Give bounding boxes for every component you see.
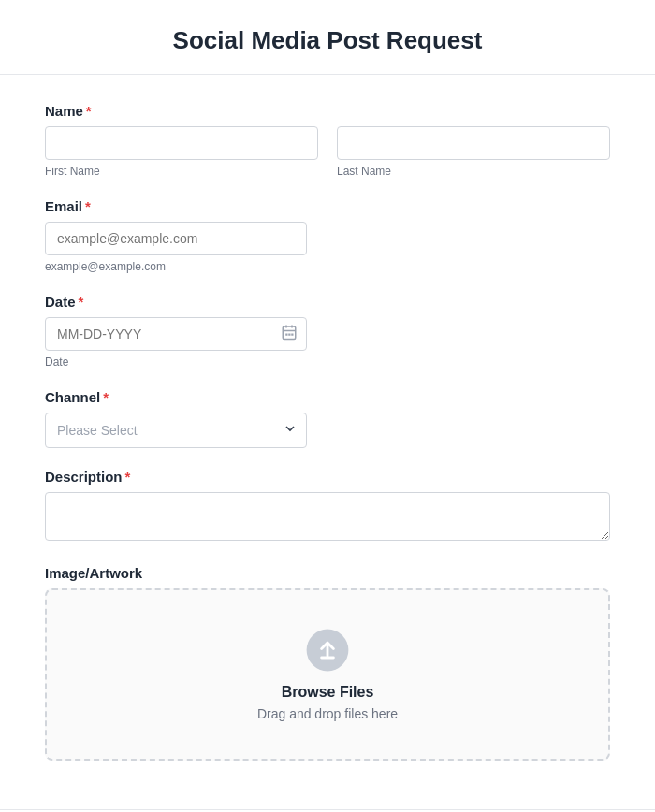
page-title: Social Media Post Request [37,26,618,55]
email-required-star: * [85,198,91,214]
channel-select[interactable]: Please Select Facebook Twitter Instagram… [45,413,307,448]
upload-subtitle: Drag and drop files here [66,706,590,721]
description-required-star: * [125,469,131,485]
page-header: Social Media Post Request [0,0,655,75]
description-label: Description* [45,469,610,485]
date-label: Date* [45,294,610,310]
upload-icon [305,628,350,673]
channel-required-star: * [103,389,109,405]
channel-field-group: Channel* Please Select Facebook Twitter … [45,389,610,448]
channel-select-wrapper: Please Select Facebook Twitter Instagram… [45,413,307,448]
upload-area[interactable]: Browse Files Drag and drop files here [45,588,610,761]
first-name-input[interactable] [45,126,318,160]
date-required-star: * [79,294,84,310]
image-field-group: Image/Artwork Browse Files Drag and drop… [45,565,610,761]
date-input[interactable] [45,317,307,351]
last-name-input[interactable] [337,126,610,160]
date-input-wrapper [45,317,307,351]
email-input[interactable] [45,222,307,255]
image-label: Image/Artwork [45,565,610,581]
last-name-subfield: Last Name [337,126,610,178]
description-textarea[interactable] [45,492,610,541]
upload-title: Browse Files [66,684,590,701]
name-required-star: * [86,103,92,119]
channel-label: Channel* [45,389,610,405]
first-name-sublabel: First Name [45,165,318,178]
form-body: Name* First Name Last Name Email* exampl… [0,75,655,809]
name-field-group: Name* First Name Last Name [45,103,610,178]
name-row: First Name Last Name [45,126,610,178]
email-label: Email* [45,198,610,214]
date-sublabel: Date [45,355,610,369]
email-sublabel: example@example.com [45,260,610,273]
last-name-sublabel: Last Name [337,165,610,178]
email-field-group: Email* example@example.com [45,198,610,273]
description-field-group: Description* [45,469,610,544]
first-name-subfield: First Name [45,126,318,178]
date-field-group: Date* Date [45,294,610,369]
name-label: Name* [45,103,610,119]
